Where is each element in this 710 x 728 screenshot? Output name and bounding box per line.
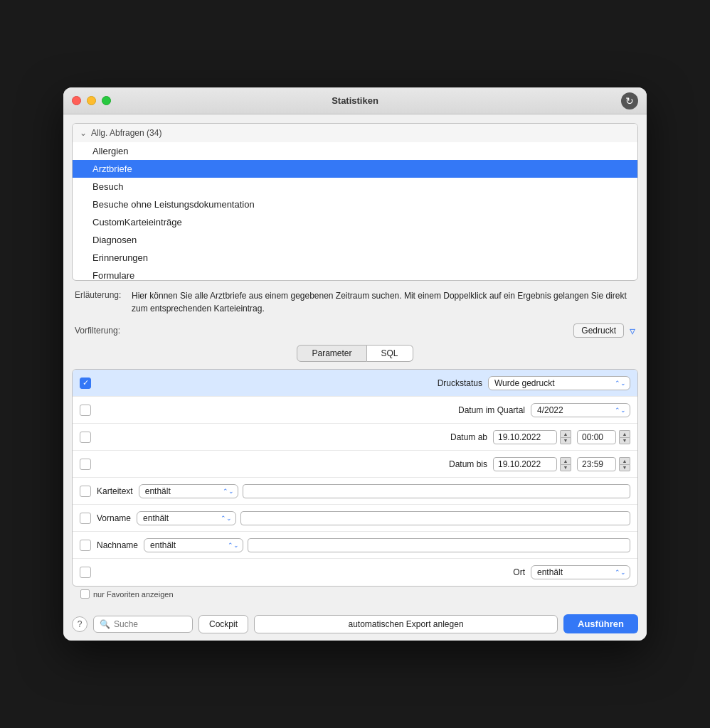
window-title: Statistiken	[332, 95, 378, 106]
group-label: Allg. Abfragen (34)	[91, 128, 161, 138]
param-row-ort: Ort enthält	[73, 559, 637, 586]
bottom-bar: ? 🔍 Cockpit automatischen Export anlegen…	[63, 607, 647, 641]
datum-bis-time-input[interactable]	[577, 457, 616, 471]
datum-ab-time-input[interactable]	[577, 430, 616, 444]
list-item[interactable]: Erinnerungen	[73, 249, 637, 267]
stepper-down[interactable]: ▼	[619, 464, 630, 471]
checkbox-ort[interactable]	[80, 567, 91, 578]
label-ort: Ort	[513, 567, 525, 577]
checkbox-karteitext[interactable]	[80, 486, 91, 497]
favorites-checkbox[interactable]	[80, 589, 90, 599]
vorfilterung-label: Vorfilterung:	[75, 326, 132, 336]
filter-icon[interactable]: ▿	[630, 324, 635, 338]
stepper-down[interactable]: ▼	[619, 437, 630, 444]
cockpit-button[interactable]: Cockpit	[198, 615, 248, 633]
select-karteitext[interactable]: enthält beginnt mit ist gleich	[139, 484, 238, 498]
content-area: ⌄ Allg. Abfragen (34) Allergien Arztbrie…	[63, 114, 647, 607]
param-row-datum-bis: Datum bis ▲ ▼ ▲ ▼	[73, 451, 637, 478]
input-vorname[interactable]	[240, 511, 630, 525]
select-vorname[interactable]: enthält beginnt mit	[137, 511, 236, 525]
stepper-up[interactable]: ▲	[619, 430, 630, 437]
select-nachname[interactable]: enthält beginnt mit	[144, 538, 243, 552]
checkbox-druckstatus[interactable]	[80, 378, 91, 389]
param-row-vorname: Vorname enthält beginnt mit	[73, 505, 637, 532]
param-row-druckstatus: Druckstatus Wurde gedruckt Wurde nicht g…	[73, 370, 637, 397]
list-item[interactable]: Besuche ohne Leistungsdokumentation	[73, 196, 637, 213]
stepper-down[interactable]: ▼	[560, 464, 571, 471]
input-nachname[interactable]	[248, 538, 630, 552]
datum-bis-time-stepper: ▲ ▼	[619, 457, 630, 471]
traffic-lights	[72, 96, 111, 105]
stepper-up[interactable]: ▲	[560, 430, 571, 437]
description-text: Hier können Sie alle Arztbriefe aus eine…	[132, 289, 635, 315]
close-button[interactable]	[72, 96, 81, 105]
list-item[interactable]: CustomKarteieinträge	[73, 213, 637, 231]
checkbox-datum-bis[interactable]	[80, 459, 91, 470]
run-button[interactable]: Ausführen	[563, 614, 638, 633]
checkbox-nachname[interactable]	[80, 540, 91, 551]
label-vorname: Vorname	[97, 513, 131, 523]
titlebar: Statistiken ↻	[63, 87, 647, 114]
search-input[interactable]	[114, 619, 185, 629]
datum-ab-group: ▲ ▼ ▲ ▼	[493, 430, 630, 444]
datum-bis-group: ▲ ▼ ▲ ▼	[493, 457, 630, 471]
stepper-up[interactable]: ▲	[619, 457, 630, 464]
select-nachname-wrapper: enthält beginnt mit	[144, 538, 243, 552]
param-row-quartal: Datum im Quartal 4/2022 3/2022 2/2022	[73, 397, 637, 424]
label-druckstatus: Druckstatus	[438, 378, 482, 388]
export-button[interactable]: automatischen Export anlegen	[254, 615, 558, 633]
input-karteitext[interactable]	[243, 484, 630, 498]
list-item[interactable]: Formulare	[73, 267, 637, 280]
checkbox-datum-ab[interactable]	[80, 432, 91, 443]
param-row-datum-ab: Datum ab ▲ ▼ ▲ ▼	[73, 424, 637, 451]
params-section: Druckstatus Wurde gedruckt Wurde nicht g…	[72, 369, 638, 587]
select-quartal[interactable]: 4/2022 3/2022 2/2022	[531, 403, 630, 417]
select-druckstatus-wrapper: Wurde gedruckt Wurde nicht gedruckt Alle	[488, 376, 630, 390]
select-vorname-wrapper: enthält beginnt mit	[137, 511, 236, 525]
help-button[interactable]: ?	[72, 616, 88, 632]
tab-sql[interactable]: SQL	[367, 345, 413, 362]
select-ort[interactable]: enthält	[531, 565, 630, 579]
list-group-header[interactable]: ⌄ Allg. Abfragen (34)	[73, 124, 637, 142]
label-datum-bis: Datum bis	[449, 459, 487, 469]
description-label: Erläuterung:	[75, 289, 132, 300]
tabs-row: Parameter SQL	[72, 345, 638, 362]
select-karteitext-wrapper: enthält beginnt mit ist gleich	[139, 484, 238, 498]
stepper-down[interactable]: ▼	[560, 437, 571, 444]
list-item[interactable]: Besuch	[73, 178, 637, 196]
select-druckstatus[interactable]: Wurde gedruckt Wurde nicht gedruckt Alle	[488, 376, 630, 390]
chevron-down-icon: ⌄	[80, 128, 87, 138]
label-karteitext: Karteitext	[97, 486, 133, 496]
datum-ab-date-input[interactable]	[493, 430, 557, 444]
datum-bis-date-stepper: ▲ ▼	[560, 457, 571, 471]
label-datum-ab: Datum ab	[450, 432, 487, 442]
refresh-button[interactable]: ↻	[621, 92, 638, 109]
tab-parameter[interactable]: Parameter	[297, 345, 366, 362]
datum-ab-date-stepper: ▲ ▼	[560, 430, 571, 444]
favorites-row: nur Favoriten anzeigen	[72, 587, 638, 599]
query-list-section: ⌄ Allg. Abfragen (34) Allergien Arztbrie…	[72, 123, 638, 281]
search-icon: 🔍	[100, 619, 110, 629]
checkbox-vorname[interactable]	[80, 513, 91, 524]
favorites-label: nur Favoriten anzeigen	[93, 590, 174, 599]
datum-bis-date-input[interactable]	[493, 457, 557, 471]
list-item[interactable]: Allergien	[73, 142, 637, 160]
stepper-up[interactable]: ▲	[560, 457, 571, 464]
fullscreen-button[interactable]	[102, 96, 111, 105]
param-row-karteitext: Karteitext enthält beginnt mit ist gleic…	[73, 478, 637, 505]
list-item[interactable]: Diagnosen	[73, 231, 637, 249]
query-list-scroll[interactable]: ⌄ Allg. Abfragen (34) Allergien Arztbrie…	[73, 124, 637, 280]
gedruckt-button[interactable]: Gedruckt	[573, 323, 624, 338]
list-item-selected[interactable]: Arztbriefe	[73, 160, 637, 178]
checkbox-quartal[interactable]	[80, 405, 91, 416]
search-box: 🔍	[93, 616, 193, 633]
datum-ab-time-stepper: ▲ ▼	[619, 430, 630, 444]
select-ort-wrapper: enthält	[531, 565, 630, 579]
label-nachname: Nachname	[97, 540, 138, 550]
label-quartal: Datum im Quartal	[458, 405, 525, 415]
select-quartal-wrapper: 4/2022 3/2022 2/2022	[531, 403, 630, 417]
vorfilterung-row: Vorfilterung: Gedruckt ▿	[72, 323, 638, 338]
main-window: Statistiken ↻ ⌄ Allg. Abfragen (34) Alle…	[63, 87, 647, 641]
description-row: Erläuterung: Hier können Sie alle Arztbr…	[72, 289, 638, 315]
minimize-button[interactable]	[87, 96, 96, 105]
